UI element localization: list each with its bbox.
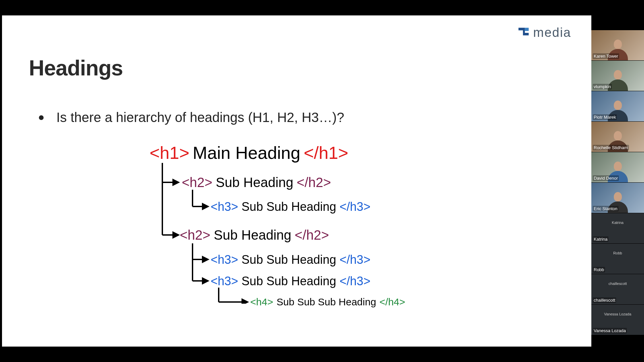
participant-placeholder: Vanessa Lozada bbox=[591, 312, 644, 316]
participant-tile[interactable]: vlumpkin bbox=[591, 60, 644, 91]
bullet-item: Is there a hierarchy of headings (H1, H2… bbox=[39, 110, 344, 125]
participant-tile[interactable]: Eric Stanton bbox=[591, 182, 644, 213]
brand-logo: media bbox=[517, 25, 572, 40]
participant-placeholder: Katrina bbox=[591, 221, 644, 225]
participant-name: Robb bbox=[593, 267, 605, 273]
logo-mark-icon bbox=[517, 26, 530, 39]
diagram-h2-a: <h2> Sub Heading </h2> bbox=[182, 175, 331, 190]
participant-name: David Denor bbox=[593, 175, 619, 181]
h4-text: Sub Sub Sub Heading bbox=[276, 296, 376, 308]
svg-marker-5 bbox=[173, 232, 178, 238]
participant-tile[interactable]: David Denor bbox=[591, 152, 644, 182]
diagram-h2-b: <h2> Sub Heading </h2> bbox=[180, 228, 329, 243]
svg-marker-11 bbox=[203, 257, 208, 262]
app-stage: media Headings Is there a hierarchy of h… bbox=[0, 0, 644, 362]
participant-name: vlumpkin bbox=[593, 84, 612, 89]
svg-marker-13 bbox=[203, 278, 208, 284]
slide-title: Headings bbox=[29, 56, 123, 80]
participant-name: Katrina bbox=[593, 236, 608, 242]
h3b-open-tag: <h3> bbox=[211, 253, 238, 267]
h1-open-tag: <h1> bbox=[150, 143, 190, 163]
participant-tile[interactable]: chaillescott chaillescott bbox=[591, 274, 644, 304]
diagram-h3-c: <h3> Sub Sub Heading </h3> bbox=[211, 274, 370, 288]
svg-marker-3 bbox=[173, 180, 178, 185]
participant-name: chaillescott bbox=[593, 297, 616, 303]
participant-placeholder: Robb bbox=[591, 251, 644, 255]
h2a-text: Sub Heading bbox=[216, 175, 293, 190]
h2b-text: Sub Heading bbox=[214, 228, 291, 243]
participant-name: Karen Tower bbox=[593, 53, 619, 59]
participant-tile[interactable]: Robb Robb bbox=[591, 243, 644, 274]
bullet-text: Is there a hierarchy of headings (H1, H2… bbox=[56, 110, 344, 125]
participant-name: Piotr Marek bbox=[593, 114, 617, 120]
h1-text: Main Heading bbox=[193, 143, 301, 163]
diagram-h4: <h4> Sub Sub Sub Heading </h4> bbox=[250, 296, 405, 308]
h3a-close-tag: </h3> bbox=[339, 200, 370, 214]
h3c-close-tag: </h3> bbox=[339, 274, 370, 288]
diagram-h3-a: <h3> Sub Sub Heading </h3> bbox=[211, 200, 370, 214]
participant-tile[interactable]: Piotr Marek bbox=[591, 91, 644, 121]
h2b-open-tag: <h2> bbox=[180, 228, 210, 243]
h4-close-tag: </h4> bbox=[379, 296, 405, 308]
participant-placeholder: chaillescott bbox=[591, 282, 644, 286]
participant-tile[interactable]: Rochelle Stidham bbox=[591, 121, 644, 152]
h2a-close-tag: </h2> bbox=[297, 175, 331, 190]
h2b-close-tag: </h2> bbox=[295, 228, 329, 243]
h3b-close-tag: </h3> bbox=[339, 253, 370, 267]
participant-name: Eric Stanton bbox=[593, 206, 619, 212]
h2a-open-tag: <h2> bbox=[182, 175, 212, 190]
participant-name: Vanessa Lozada bbox=[593, 328, 627, 334]
svg-rect-0 bbox=[525, 27, 528, 31]
h3c-open-tag: <h3> bbox=[211, 274, 238, 288]
h4-open-tag: <h4> bbox=[250, 296, 273, 308]
diagram-h1: <h1> Main Heading </h1> bbox=[150, 143, 348, 163]
participant-tile[interactable]: Vanessa Lozada Vanessa Lozada bbox=[591, 304, 644, 335]
bullet-dot-icon bbox=[39, 115, 44, 120]
participants-strip: Karen Tower vlumpkin Piotr Marek Rochell… bbox=[591, 30, 644, 335]
heading-hierarchy-diagram: <h1> Main Heading </h1> <h2> Sub Heading… bbox=[150, 143, 418, 304]
svg-marker-16 bbox=[242, 299, 248, 304]
h3b-text: Sub Sub Heading bbox=[241, 253, 336, 267]
logo-text: media bbox=[533, 25, 572, 40]
presentation-slide: media Headings Is there a hierarchy of h… bbox=[2, 15, 591, 347]
h3a-open-tag: <h3> bbox=[211, 200, 238, 214]
participant-name: Rochelle Stidham bbox=[593, 145, 629, 150]
svg-marker-8 bbox=[203, 204, 208, 209]
participant-tile[interactable]: Karen Tower bbox=[591, 30, 644, 60]
h3c-text: Sub Sub Heading bbox=[241, 274, 336, 288]
h1-close-tag: </h1> bbox=[304, 143, 348, 163]
h3a-text: Sub Sub Heading bbox=[241, 200, 336, 214]
diagram-h3-b: <h3> Sub Sub Heading </h3> bbox=[211, 253, 370, 267]
participant-tile[interactable]: Katrina Katrina bbox=[591, 213, 644, 243]
